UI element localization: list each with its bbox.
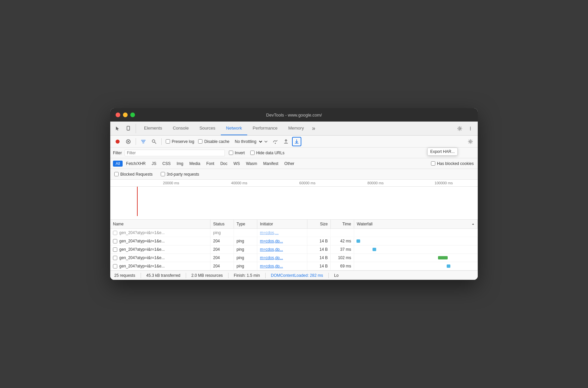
- waterfall-bar: [447, 264, 450, 268]
- table-header: Name Status Type Initiator Size Time Wat…: [110, 220, 478, 229]
- close-button[interactable]: [116, 113, 120, 117]
- cursor-icon[interactable]: [113, 124, 122, 133]
- export-har-button[interactable]: [292, 137, 301, 146]
- row-checkbox[interactable]: [113, 256, 117, 260]
- svg-point-2: [459, 128, 461, 129]
- finish-time: Finish: 1.5 min: [234, 273, 260, 278]
- th-waterfall[interactable]: Waterfall: [354, 220, 478, 228]
- traffic-lights: [116, 113, 135, 117]
- th-status[interactable]: Status: [210, 220, 234, 228]
- status-bar: 25 requests 45.3 kB transferred 2.0 MB r…: [110, 270, 478, 280]
- hide-data-urls-checkbox[interactable]: [250, 151, 255, 155]
- type-doc[interactable]: Doc: [217, 161, 230, 167]
- devtools-window: DevTools - www.google.com/: [110, 108, 478, 280]
- svg-point-13: [470, 141, 471, 142]
- tab-right-icons: [455, 124, 475, 133]
- table-row[interactable]: gen_204?atyp=i&r=1&e... 204 ping m=cdos,…: [110, 262, 478, 270]
- status-separator: [141, 273, 141, 278]
- network-toolbar: Preserve log Disable cache No throttling: [110, 136, 478, 148]
- tabs: Elements Console Sources Network Perform…: [139, 122, 455, 135]
- svg-rect-1: [128, 130, 129, 130]
- separator-1: [136, 138, 136, 145]
- type-ws[interactable]: WS: [231, 161, 243, 167]
- blocked-requests-checkbox[interactable]: [114, 172, 119, 176]
- search-icon[interactable]: [149, 137, 159, 146]
- svg-point-12: [275, 143, 276, 144]
- invert-label[interactable]: Invert: [229, 151, 245, 155]
- has-blocked-cookies-checkbox[interactable]: [431, 161, 435, 166]
- row-checkbox[interactable]: [113, 231, 117, 235]
- type-other[interactable]: Other: [282, 161, 297, 167]
- th-type[interactable]: Type: [234, 220, 257, 228]
- filter-input[interactable]: [125, 150, 225, 156]
- waterfall-bar: [356, 239, 360, 243]
- tab-elements[interactable]: Elements: [139, 122, 167, 135]
- svg-line-11: [155, 142, 156, 144]
- more-tabs-button[interactable]: »: [309, 122, 318, 135]
- type-wasm[interactable]: Wasm: [243, 161, 260, 167]
- type-fetch-xhr[interactable]: Fetch/XHR: [123, 161, 148, 167]
- blocked-requests-label[interactable]: Blocked Requests: [114, 172, 153, 177]
- waterfall-bar: [438, 256, 448, 259]
- th-name[interactable]: Name: [110, 220, 210, 228]
- table-row[interactable]: gen_204?atyp=i&r=1&e... 204 ping m=cdos,…: [110, 254, 478, 262]
- type-all[interactable]: All: [113, 161, 123, 167]
- th-size[interactable]: Size: [307, 220, 331, 228]
- table-row[interactable]: gen_204?atyp=i&r=1&e... 204 ping m=cdos,…: [110, 237, 478, 245]
- svg-point-5: [470, 129, 471, 130]
- type-filter-bar: All Fetch/XHR JS CSS Img Media Font Doc …: [110, 158, 478, 169]
- preserve-log-label[interactable]: Preserve log: [166, 139, 194, 144]
- ruler-mark-5: 100000 ms: [410, 181, 478, 185]
- disable-cache-checkbox[interactable]: [198, 139, 202, 144]
- devtools-body: Elements Console Sources Network Perform…: [110, 122, 478, 280]
- row-checkbox[interactable]: [113, 264, 117, 268]
- type-img[interactable]: Img: [174, 161, 186, 167]
- mobile-icon[interactable]: [124, 124, 133, 133]
- tab-sources[interactable]: Sources: [194, 122, 221, 135]
- tab-network[interactable]: Network: [221, 122, 248, 135]
- status-separator: [228, 273, 229, 278]
- tab-console[interactable]: Console: [167, 122, 194, 135]
- throttle-select[interactable]: No throttling: [232, 138, 263, 145]
- has-blocked-cookies-label[interactable]: Has blocked cookies: [431, 161, 474, 166]
- more-options-icon[interactable]: [466, 124, 475, 133]
- type-manifest[interactable]: Manifest: [261, 161, 281, 167]
- ruler-mark-1: 20000 ms: [137, 181, 205, 185]
- table-row[interactable]: gen_204?atyp=i&r=1&e... ping m=cdos,...: [110, 229, 478, 237]
- tab-icons: [113, 124, 136, 133]
- type-css[interactable]: CSS: [160, 161, 173, 167]
- preserve-log-checkbox[interactable]: [166, 139, 170, 144]
- minimize-button[interactable]: [123, 113, 128, 117]
- load-event: Lo: [334, 273, 338, 278]
- requests-count: 25 requests: [114, 273, 135, 278]
- hide-data-urls-label[interactable]: Hide data URLs: [250, 151, 285, 155]
- network-conditions-icon[interactable]: [271, 137, 280, 146]
- svg-point-10: [152, 140, 155, 142]
- title-bar: DevTools - www.google.com/: [110, 108, 478, 122]
- type-media[interactable]: Media: [187, 161, 203, 167]
- network-settings-icon[interactable]: [466, 137, 475, 146]
- blocked-bar: Blocked Requests 3rd-party requests: [110, 169, 478, 180]
- tab-memory[interactable]: Memory: [283, 122, 309, 135]
- disable-cache-label[interactable]: Disable cache: [198, 139, 229, 144]
- table-row[interactable]: gen_204?atyp=i&r=1&e... 204 ping m=cdos,…: [110, 245, 478, 254]
- settings-icon[interactable]: [455, 124, 464, 133]
- tab-performance[interactable]: Performance: [247, 122, 283, 135]
- th-time[interactable]: Time: [331, 220, 354, 228]
- timeline-ruler: 20000 ms 40000 ms 60000 ms 80000 ms 1000…: [110, 180, 478, 187]
- third-party-checkbox[interactable]: [161, 172, 165, 176]
- third-party-label[interactable]: 3rd-party requests: [161, 172, 199, 177]
- type-font[interactable]: Font: [203, 161, 217, 167]
- invert-checkbox[interactable]: [229, 151, 233, 155]
- record-button[interactable]: [113, 137, 122, 146]
- filter-icon[interactable]: [139, 137, 148, 146]
- network-table: Name Status Type Initiator Size Time Wat…: [110, 220, 478, 270]
- upload-icon[interactable]: [281, 137, 291, 146]
- maximize-button[interactable]: [130, 113, 135, 117]
- row-checkbox[interactable]: [113, 239, 117, 243]
- clear-button[interactable]: [124, 137, 133, 146]
- type-js[interactable]: JS: [149, 161, 159, 167]
- th-initiator[interactable]: Initiator: [257, 220, 307, 228]
- row-checkbox[interactable]: [113, 247, 117, 252]
- svg-point-6: [116, 140, 120, 144]
